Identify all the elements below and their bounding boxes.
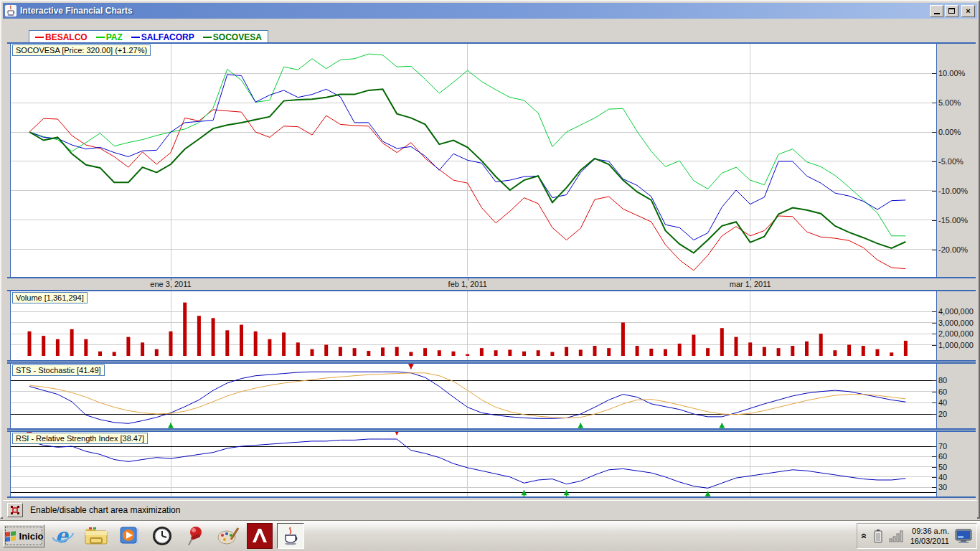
axis-tick [932,446,936,447]
axis-tick [932,250,936,250]
internet-explorer-launcher[interactable]: e [49,523,77,549]
axis-tick [932,380,936,381]
pushpin-launcher[interactable] [181,523,209,549]
axis-tick-label: 70 [938,442,980,451]
adobe-reader-launcher[interactable] [247,523,273,549]
axis-tick [932,392,936,392]
volume-chart-svg [11,291,936,360]
java-coffee-icon [281,526,301,546]
minimize-icon [934,12,940,14]
signal-marker-down [394,432,400,435]
legend-item-socovesa[interactable]: SOCOVESA [203,32,262,42]
legend-label: BESALCO [45,32,88,42]
legend-label: SOCOVESA [213,32,262,42]
tray-clock[interactable]: 09:36 a.m. 16/03/2011 [910,526,949,546]
signal-marker-up [168,423,174,428]
axis-tick-label: 3,000,000 [938,319,980,327]
media-player-launcher[interactable] [115,523,143,549]
salfacorp-line-swatch [131,37,140,38]
axis-tick-label: 5.00% [938,98,980,107]
paint-palette-icon [217,525,240,547]
signal-marker-up [564,490,570,496]
legend-label: PAZ [106,32,123,42]
axis-tick [932,161,936,162]
axis-tick-label: 30 [938,483,980,491]
close-button[interactable]: × [961,5,975,17]
axis-tick-label: 4,000,000 [938,307,980,316]
axis-tick-label: 40 [938,398,980,407]
legend-item-besalco[interactable]: BESALCO [35,32,88,42]
tray-time: 09:36 a.m. [910,526,949,536]
legend-item-paz[interactable]: PAZ [96,32,123,42]
signal-marker-down [408,364,414,369]
price-chart-svg [11,44,936,276]
axis-tick-label: 20 [938,410,980,418]
legend-item-salfacorp[interactable]: SALFACORP [131,32,194,42]
axis-tick [932,402,936,403]
axis-tick-label: 40 [938,473,980,481]
pushpin-icon [185,525,205,547]
stochastic-tooltip: STS - Stochastic [41.49] [12,364,105,376]
axis-tick [932,220,936,221]
signal-marker-up [578,423,583,428]
axis-tick [932,414,936,415]
axis-tick-label: -5.00% [938,157,980,166]
clock-icon [151,525,173,547]
axis-tick [932,467,936,468]
axis-tick [932,73,936,74]
paint-palette-launcher[interactable] [214,523,242,549]
clock-app-launcher[interactable] [148,523,176,549]
axis-tick-label: -10.00% [938,187,980,195]
taskbar: Inicio e [0,520,980,551]
title-bar: Interactive Financial Charts × [3,3,977,19]
chart-maximize-icon [10,505,20,515]
axis-tick [932,132,936,133]
windows-logo-icon [4,530,17,542]
stochastic-chart-svg [11,364,936,428]
axis-tick [932,487,936,488]
x-axis-tick-label: ene 3, 2011 [150,280,191,288]
rsi-chart-svg [11,432,936,496]
signal-strength-icon[interactable] [889,529,905,542]
tray-date: 16/03/2011 [910,536,949,546]
start-button-label: Inicio [19,531,44,542]
axis-tick-label: 80 [938,376,980,385]
tray-collapse-chevron-icon[interactable]: « [859,533,870,539]
internet-explorer-icon: e [52,524,75,547]
java-app-icon [5,5,17,17]
minimize-button[interactable] [930,5,943,17]
media-player-icon [118,525,140,547]
app-window: Interactive Financial Charts × BESALCO P… [0,0,980,519]
stochastic-plot[interactable]: STS - Stochastic [41.49] [10,364,937,428]
axis-tick-label: 50 [938,463,980,471]
display-icon[interactable] [955,528,972,544]
desktop: Interactive Financial Charts × BESALCO P… [0,0,980,551]
price-tooltip: SOCOVESA [Price: 320.00] (+1.27%) [12,44,151,56]
close-icon: × [966,7,970,15]
volume-plot[interactable]: Volume [1,361,294] [10,291,937,360]
folder-icon [84,525,108,547]
volume-panel: Volume [1,361,294] [7,290,976,362]
axis-tick [932,477,936,478]
folder-explorer-launcher[interactable] [82,523,110,549]
adobe-reader-icon [250,527,269,545]
axis-tick-label: -20.00% [938,245,980,254]
axis-tick-label: -15.00% [938,216,980,225]
axis-tick-label: 60 [938,387,980,396]
start-button[interactable]: Inicio [3,524,44,547]
axis-tick [932,334,936,334]
besalco-line-swatch [35,37,44,38]
axis-tick-label: 2,000,000 [938,329,980,338]
chart-maximize-toggle-button[interactable] [7,503,23,517]
battery-icon[interactable] [873,529,883,543]
maximize-button[interactable] [945,5,958,17]
axis-tick-label: 60 [938,452,980,461]
axis-tick [932,323,936,324]
svg-text:e: e [55,524,70,547]
price-chart-plot[interactable]: SOCOVESA [Price: 320.00] (+1.27%) [10,44,937,277]
java-app-launcher[interactable] [277,523,304,549]
paz-line-swatch [96,37,105,38]
rsi-panel: RSI - Relative Strength Index [38.47] [7,430,976,498]
rsi-plot[interactable]: RSI - Relative Strength Index [38.47] [10,432,937,496]
legend-label: SALFACORP [141,32,194,42]
